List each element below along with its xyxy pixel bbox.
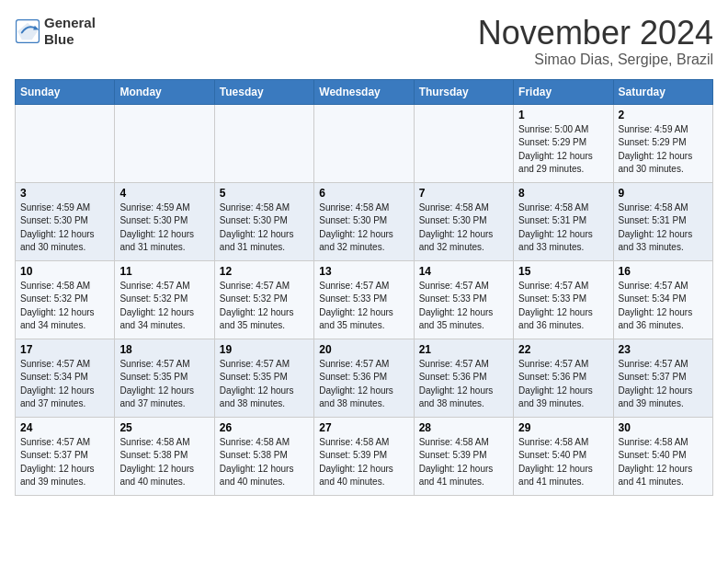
calendar-header-cell: Sunday — [16, 79, 115, 104]
calendar-day-cell: 17Sunrise: 4:57 AM Sunset: 5:34 PM Dayli… — [16, 339, 115, 417]
day-number: 29 — [518, 421, 608, 434]
calendar-day-cell: 8Sunrise: 4:58 AM Sunset: 5:31 PM Daylig… — [514, 182, 613, 260]
calendar-header-cell: Saturday — [613, 79, 712, 104]
calendar-day-cell: 29Sunrise: 4:58 AM Sunset: 5:40 PM Dayli… — [514, 417, 613, 495]
day-number: 24 — [20, 421, 109, 434]
day-number: 22 — [518, 343, 608, 356]
calendar-day-cell: 27Sunrise: 4:58 AM Sunset: 5:39 PM Dayli… — [314, 417, 414, 495]
calendar-day-cell: 30Sunrise: 4:58 AM Sunset: 5:40 PM Dayli… — [613, 417, 712, 495]
day-info: Sunrise: 4:57 AM Sunset: 5:33 PM Dayligh… — [419, 280, 508, 333]
day-info: Sunrise: 4:57 AM Sunset: 5:33 PM Dayligh… — [319, 280, 408, 333]
day-info: Sunrise: 4:58 AM Sunset: 5:31 PM Dayligh… — [619, 201, 708, 255]
day-info: Sunrise: 4:57 AM Sunset: 5:35 PM Dayligh… — [220, 358, 309, 411]
calendar-header-cell: Monday — [115, 79, 214, 104]
calendar-day-cell: 13Sunrise: 4:57 AM Sunset: 5:33 PM Dayli… — [314, 260, 414, 339]
location-title: Simao Dias, Sergipe, Brazil — [478, 52, 713, 68]
day-info: Sunrise: 4:57 AM Sunset: 5:36 PM Dayligh… — [518, 358, 608, 411]
calendar-day-cell: 19Sunrise: 4:57 AM Sunset: 5:35 PM Dayli… — [214, 339, 313, 417]
calendar-day-cell: 16Sunrise: 4:57 AM Sunset: 5:34 PM Dayli… — [613, 260, 712, 339]
calendar-day-cell: 18Sunrise: 4:57 AM Sunset: 5:35 PM Dayli… — [115, 339, 214, 417]
day-number: 28 — [419, 421, 508, 434]
calendar-day-cell: 5Sunrise: 4:58 AM Sunset: 5:30 PM Daylig… — [214, 182, 313, 260]
calendar-header-cell: Thursday — [414, 79, 513, 104]
calendar-day-cell: 22Sunrise: 4:57 AM Sunset: 5:36 PM Dayli… — [514, 339, 613, 417]
day-info: Sunrise: 4:57 AM Sunset: 5:32 PM Dayligh… — [220, 280, 309, 333]
day-info: Sunrise: 4:58 AM Sunset: 5:39 PM Dayligh… — [319, 436, 408, 489]
calendar-week-row: 10Sunrise: 4:58 AM Sunset: 5:32 PM Dayli… — [16, 260, 713, 339]
generalblue-logo-icon — [15, 18, 40, 44]
calendar-day-cell — [314, 104, 414, 182]
calendar-day-cell — [16, 104, 115, 182]
calendar-day-cell — [115, 104, 214, 182]
calendar-day-cell: 15Sunrise: 4:57 AM Sunset: 5:33 PM Dayli… — [514, 260, 613, 339]
calendar-day-cell — [214, 104, 313, 182]
day-number: 11 — [119, 265, 209, 278]
calendar-day-cell: 9Sunrise: 4:58 AM Sunset: 5:31 PM Daylig… — [613, 182, 712, 260]
calendar-day-cell: 10Sunrise: 4:58 AM Sunset: 5:32 PM Dayli… — [16, 260, 115, 339]
day-info: Sunrise: 4:57 AM Sunset: 5:33 PM Dayligh… — [518, 280, 608, 333]
day-number: 23 — [619, 343, 708, 356]
day-number: 7 — [419, 187, 508, 200]
calendar-day-cell: 25Sunrise: 4:58 AM Sunset: 5:38 PM Dayli… — [115, 417, 214, 495]
calendar-day-cell: 6Sunrise: 4:58 AM Sunset: 5:30 PM Daylig… — [314, 182, 414, 260]
calendar-day-cell: 4Sunrise: 4:59 AM Sunset: 5:30 PM Daylig… — [115, 182, 214, 260]
calendar-body: 1Sunrise: 5:00 AM Sunset: 5:29 PM Daylig… — [16, 104, 713, 495]
day-number: 4 — [119, 187, 209, 200]
calendar-week-row: 17Sunrise: 4:57 AM Sunset: 5:34 PM Dayli… — [16, 339, 713, 417]
calendar-day-cell: 11Sunrise: 4:57 AM Sunset: 5:32 PM Dayli… — [115, 260, 214, 339]
calendar-day-cell: 24Sunrise: 4:57 AM Sunset: 5:37 PM Dayli… — [16, 417, 115, 495]
title-block: November 2024 Simao Dias, Sergipe, Brazi… — [478, 15, 713, 68]
calendar-day-cell: 26Sunrise: 4:58 AM Sunset: 5:38 PM Dayli… — [214, 417, 313, 495]
calendar-day-cell: 2Sunrise: 4:59 AM Sunset: 5:29 PM Daylig… — [613, 104, 712, 182]
day-info: Sunrise: 4:57 AM Sunset: 5:34 PM Dayligh… — [20, 358, 109, 411]
day-number: 6 — [319, 187, 408, 200]
day-number: 9 — [619, 187, 708, 200]
calendar-day-cell — [414, 104, 513, 182]
calendar-week-row: 24Sunrise: 4:57 AM Sunset: 5:37 PM Dayli… — [16, 417, 713, 495]
day-info: Sunrise: 4:58 AM Sunset: 5:31 PM Dayligh… — [518, 201, 608, 255]
day-number: 17 — [20, 343, 109, 356]
calendar-header-row: SundayMondayTuesdayWednesdayThursdayFrid… — [16, 79, 713, 104]
day-number: 10 — [20, 265, 109, 278]
day-number: 15 — [518, 265, 608, 278]
calendar-day-cell: 28Sunrise: 4:58 AM Sunset: 5:39 PM Dayli… — [414, 417, 513, 495]
day-number: 26 — [220, 421, 309, 434]
day-info: Sunrise: 4:57 AM Sunset: 5:37 PM Dayligh… — [20, 436, 109, 489]
day-info: Sunrise: 4:58 AM Sunset: 5:30 PM Dayligh… — [419, 201, 508, 255]
logo: General Blue — [15, 15, 96, 48]
day-info: Sunrise: 4:58 AM Sunset: 5:32 PM Dayligh… — [20, 280, 109, 333]
page-header: General Blue November 2024 Simao Dias, S… — [15, 15, 713, 68]
day-info: Sunrise: 4:58 AM Sunset: 5:30 PM Dayligh… — [220, 201, 309, 255]
calendar-day-cell: 1Sunrise: 5:00 AM Sunset: 5:29 PM Daylig… — [514, 104, 613, 182]
day-number: 25 — [119, 421, 209, 434]
day-number: 16 — [619, 265, 708, 278]
day-info: Sunrise: 4:57 AM Sunset: 5:32 PM Dayligh… — [119, 280, 209, 333]
day-info: Sunrise: 4:58 AM Sunset: 5:30 PM Dayligh… — [319, 201, 408, 255]
day-number: 18 — [119, 343, 209, 356]
day-info: Sunrise: 5:00 AM Sunset: 5:29 PM Dayligh… — [518, 123, 608, 177]
day-info: Sunrise: 4:58 AM Sunset: 5:39 PM Dayligh… — [419, 436, 508, 489]
month-title: November 2024 — [478, 15, 713, 52]
day-info: Sunrise: 4:59 AM Sunset: 5:29 PM Dayligh… — [619, 123, 708, 177]
day-info: Sunrise: 4:57 AM Sunset: 5:36 PM Dayligh… — [319, 358, 408, 411]
day-number: 8 — [518, 187, 608, 200]
calendar-week-row: 1Sunrise: 5:00 AM Sunset: 5:29 PM Daylig… — [16, 104, 713, 182]
calendar-day-cell: 12Sunrise: 4:57 AM Sunset: 5:32 PM Dayli… — [214, 260, 313, 339]
day-number: 1 — [518, 109, 608, 121]
day-info: Sunrise: 4:57 AM Sunset: 5:35 PM Dayligh… — [119, 358, 209, 411]
day-info: Sunrise: 4:57 AM Sunset: 5:34 PM Dayligh… — [619, 280, 708, 333]
logo-text: General Blue — [44, 15, 96, 48]
calendar-day-cell: 7Sunrise: 4:58 AM Sunset: 5:30 PM Daylig… — [414, 182, 513, 260]
day-number: 3 — [20, 187, 109, 200]
calendar-table: SundayMondayTuesdayWednesdayThursdayFrid… — [15, 79, 713, 496]
day-number: 12 — [220, 265, 309, 278]
calendar-day-cell: 23Sunrise: 4:57 AM Sunset: 5:37 PM Dayli… — [613, 339, 712, 417]
calendar-day-cell: 21Sunrise: 4:57 AM Sunset: 5:36 PM Dayli… — [414, 339, 513, 417]
day-number: 2 — [619, 109, 708, 121]
day-info: Sunrise: 4:58 AM Sunset: 5:40 PM Dayligh… — [518, 436, 608, 489]
day-number: 5 — [220, 187, 309, 200]
day-number: 21 — [419, 343, 508, 356]
day-info: Sunrise: 4:59 AM Sunset: 5:30 PM Dayligh… — [20, 201, 109, 255]
day-info: Sunrise: 4:58 AM Sunset: 5:38 PM Dayligh… — [220, 436, 309, 489]
day-number: 19 — [220, 343, 309, 356]
